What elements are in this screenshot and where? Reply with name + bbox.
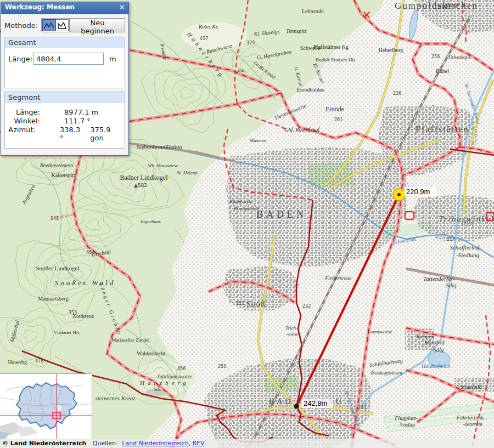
map-label: 256 xyxy=(431,54,440,59)
gesamt-fieldset: Gesamt Länge: m xyxy=(4,37,125,88)
polygon-icon xyxy=(57,21,68,30)
map-label: Sooßer Wald xyxy=(55,279,115,287)
map-label: 261 xyxy=(334,117,343,122)
map-label: Sooßer Lindkogel xyxy=(36,265,79,271)
segment-fieldset: Segment Länge: 8977.1 m Winkel: 111.7 ° … xyxy=(4,92,125,149)
map-label: Mariazeller Zundel xyxy=(111,337,150,343)
map-label: Wh. Hauswiese xyxy=(148,163,178,168)
map-label: -wiesen xyxy=(285,331,301,337)
map-label: Mannartsberg xyxy=(38,296,68,302)
neu-beginnen-button[interactable]: Neu beginnen xyxy=(70,18,125,32)
map-label: Rudolf-Proksch-Htt. xyxy=(316,57,356,63)
overview-map[interactable] xyxy=(0,373,92,439)
map-label: 232 xyxy=(302,304,311,309)
map-label: Beethovenstein xyxy=(40,162,74,168)
gesamt-legend: Gesamt xyxy=(5,37,125,48)
map-label: -zentrum xyxy=(463,421,482,427)
map-label: Heberlberg xyxy=(379,47,403,53)
map-label: Schafflerhof- xyxy=(450,244,481,251)
segment-winkel-label: Winkel: xyxy=(8,117,40,125)
gesamt-laenge-input[interactable] xyxy=(33,53,104,65)
segment-azimut-value: 338.3 ° xyxy=(60,126,82,142)
map-label: 214 xyxy=(447,237,455,242)
map-label: Gumpoldskirchen xyxy=(395,1,478,11)
map-label: Vöslau xyxy=(400,422,415,428)
map-label: Jägerhaus xyxy=(140,219,161,224)
map-label: Stb. xyxy=(154,387,161,392)
map-label: -Siedlung xyxy=(456,252,480,258)
map-label: Waldandacht xyxy=(137,350,165,356)
quellen-label: Quellen: xyxy=(93,440,118,447)
map-label: Einödhöhlen xyxy=(296,87,324,93)
map-label: Pfaffstättner Kg xyxy=(313,44,349,50)
map-label: Kaiserspitz xyxy=(52,172,77,178)
map-label: 230 xyxy=(358,405,366,410)
map-label: Museum xyxy=(249,138,267,143)
gesamt-unit: m xyxy=(109,55,116,63)
segment-legend: Segment xyxy=(5,92,125,103)
method-polygon-button[interactable] xyxy=(55,19,69,31)
map-label: Hauerbg. xyxy=(8,359,29,365)
map-label: 355 xyxy=(69,310,77,315)
close-icon[interactable]: ✕ xyxy=(119,3,125,14)
dialog-titlebar[interactable]: Werkzeug: Messen ✕ xyxy=(1,2,128,14)
map-label: Ghf. Rudolfshof xyxy=(284,127,320,133)
map-label: Fieberkreuz xyxy=(324,275,351,281)
map-label: St. Helena xyxy=(177,170,198,175)
map-label: 464 xyxy=(86,250,94,255)
source-link-bev[interactable]: BEV xyxy=(193,440,205,447)
map-label: 541 xyxy=(50,216,59,221)
polyline-icon xyxy=(43,21,54,30)
segment-laenge-value: 8977.1 m xyxy=(64,108,98,116)
map-label: Tennspitz xyxy=(286,28,307,34)
copyright-text: © Land Niederösterreich xyxy=(2,440,86,447)
map-label: 456 xyxy=(177,366,186,371)
map-label: Lehnstuhl xyxy=(302,8,324,14)
map-label: steinernes Kreuz xyxy=(95,395,136,401)
method-button-group xyxy=(41,18,70,32)
map-label: Sooß xyxy=(246,299,266,308)
map-label: 251 xyxy=(236,301,244,306)
map-label: Haidhofteich xyxy=(421,363,450,369)
map-label: 236 xyxy=(393,91,401,96)
map-label: Siebenbründlleiten xyxy=(136,143,182,150)
map-label: Haidhof- xyxy=(424,339,446,345)
map-label: Rosskopfwiesen xyxy=(370,370,402,376)
map-label: Strassfeld xyxy=(460,384,481,390)
attribution-bar: © Land Niederösterreich Quellen: Land Ni… xyxy=(0,439,494,448)
map-label: ▲582 xyxy=(134,183,147,188)
map-label: Rotes Kr. xyxy=(198,24,219,30)
overview-extent[interactable] xyxy=(53,412,60,418)
gesamt-laenge-label: Länge: xyxy=(8,55,33,63)
map-label: Einöde xyxy=(325,105,344,113)
map-label: Jhtt. xyxy=(237,67,246,73)
measure-tool-dialog: Werkzeug: Messen ✕ Methode: Neu beginnen xyxy=(1,2,129,156)
map-label: Vöslauer Htt. xyxy=(54,330,81,335)
map-label: Urbanikpfl. xyxy=(448,54,471,60)
map-label: BADEN xyxy=(256,209,307,220)
segment-winkel-value: 111.7 ° xyxy=(64,117,91,125)
dialog-title: Werkzeug: Messen xyxy=(5,3,75,14)
map-label: Badner Lindkogel xyxy=(120,174,169,182)
dialog-body: Methode: Neu beginnen Gesamt xyxy=(1,14,128,155)
segment-laenge-label: Länge: xyxy=(8,108,40,116)
map-label: Pfaffstätten xyxy=(416,124,469,134)
method-line-button[interactable] xyxy=(42,19,55,31)
map-label: Fahrtechnik- xyxy=(456,415,485,421)
measurement-label: 220,9m xyxy=(406,188,430,196)
map-label: 379 xyxy=(246,41,255,46)
map-label: Flugplatz- xyxy=(394,415,418,421)
map-label: 478 xyxy=(35,359,43,364)
map-label: Teich- xyxy=(285,325,297,331)
map-label: Harzberg xyxy=(139,379,189,386)
methode-label: Methode: xyxy=(4,21,38,30)
map-label: Kiebitzm. xyxy=(416,334,435,339)
map-label: Bühel xyxy=(436,68,449,74)
map-label: Sdlg xyxy=(446,282,457,288)
map-label: Jubiläumswarte xyxy=(157,373,192,379)
map-label: -Sdlg xyxy=(431,346,444,353)
map-label: 250 xyxy=(218,364,226,369)
source-link-land-noe[interactable]: Land Niederösterreich xyxy=(122,440,188,447)
segment-azimut-gon-value: 375.9 gon xyxy=(90,126,121,142)
map-label: 437 xyxy=(200,36,208,41)
